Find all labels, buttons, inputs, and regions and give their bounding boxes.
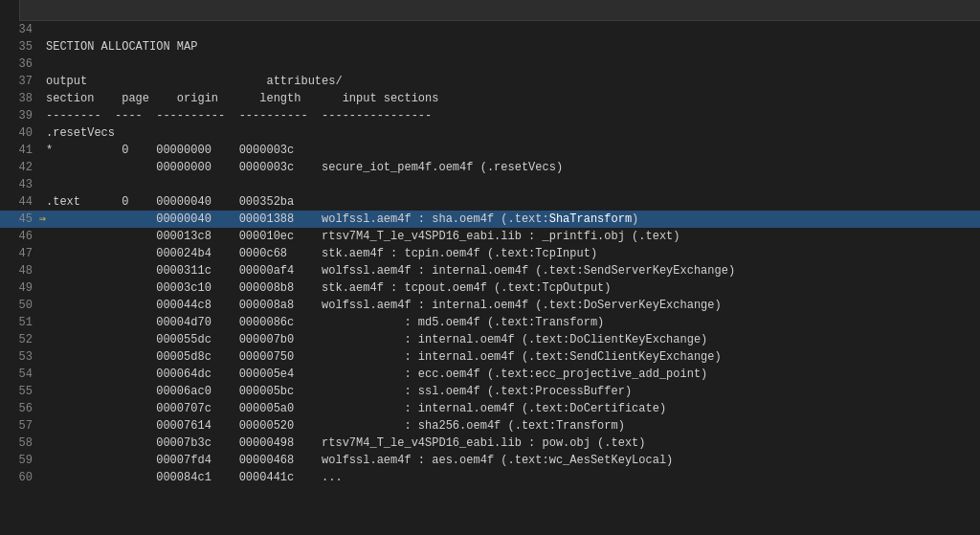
- line-number: 42: [0, 159, 40, 176]
- line-number: 43: [0, 176, 40, 193]
- line-number: 54: [0, 366, 40, 383]
- line-number: 41: [0, 142, 40, 159]
- line-content: 00006ac0 000005bc : ssl.oem4f (.text:Pro…: [40, 383, 632, 400]
- line-number: 38: [0, 90, 40, 107]
- line-content: [40, 176, 46, 193]
- line-number: 34: [0, 21, 40, 38]
- table-row: 59 00007fd4 00000468 wolfssl.aem4f : aes…: [0, 452, 980, 469]
- table-row: 34: [0, 21, 980, 38]
- line-number: 39: [0, 107, 40, 124]
- line-number: 50: [0, 297, 40, 314]
- line-content: 00005d8c 00000750 : internal.oem4f (.tex…: [40, 348, 722, 366]
- line-content: [40, 21, 46, 38]
- line-number: 36: [0, 56, 40, 73]
- line-content: 00000040 00001388 wolfssl.aem4f : sha.oe…: [40, 211, 638, 228]
- table-row: 57 00007614 00000520 : sha256.oem4f (.te…: [0, 417, 980, 435]
- line-content: 000084c1 0000441c ...: [40, 469, 343, 486]
- line-content: [40, 56, 46, 73]
- table-row: 42 00000000 0000003c secure_iot_pem4f.oe…: [0, 159, 980, 176]
- line-number: 55: [0, 383, 40, 400]
- debug-arrow-icon: ⇒: [0, 211, 48, 228]
- line-content: .text 0 00000040 000352ba: [40, 193, 294, 211]
- line-number: 44: [0, 193, 40, 211]
- file-tab[interactable]: [0, 0, 20, 21]
- line-number: 52: [0, 331, 40, 348]
- tab-bar: [0, 0, 980, 21]
- line-content: 000024b4 0000c68 stk.aem4f : tcpin.oem4f…: [40, 245, 597, 262]
- line-number: 35: [0, 38, 40, 56]
- line-content: -------- ---- ---------- ---------- ----…: [40, 107, 432, 124]
- line-number: 46: [0, 228, 40, 245]
- line-number: 47: [0, 245, 40, 262]
- line-number: 48: [0, 262, 40, 279]
- line-content: 00004d70 0000086c : md5.oem4f (.text:Tra…: [40, 314, 604, 331]
- line-content: .resetVecs: [40, 124, 115, 142]
- table-row: 60 000084c1 0000441c ...: [0, 469, 980, 486]
- selected-text: ShaTransform: [549, 212, 632, 226]
- table-row: 49 00003c10 000008b8 stk.aem4f : tcpout.…: [0, 279, 980, 297]
- line-number: 56: [0, 400, 40, 417]
- code-editor: 3435SECTION ALLOCATION MAP3637output att…: [0, 21, 980, 535]
- line-content: section page origin length input section…: [40, 90, 438, 107]
- editor-body: 3435SECTION ALLOCATION MAP3637output att…: [0, 21, 980, 535]
- line-content: 000055dc 000007b0 : internal.oem4f (.tex…: [40, 331, 707, 348]
- table-row: 44.text 0 00000040 000352ba: [0, 193, 980, 211]
- table-row: 43: [0, 176, 980, 193]
- table-row: 47 000024b4 0000c68 stk.aem4f : tcpin.oe…: [0, 245, 980, 262]
- table-row: 58 00007b3c 00000498 rtsv7M4_T_le_v4SPD1…: [0, 435, 980, 452]
- line-number: 53: [0, 348, 40, 366]
- table-row: 40.resetVecs: [0, 124, 980, 142]
- table-row: 35SECTION ALLOCATION MAP: [0, 38, 980, 56]
- table-row: 48 0000311c 00000af4 wolfssl.aem4f : int…: [0, 262, 980, 279]
- table-row: 39-------- ---- ---------- ---------- --…: [0, 107, 980, 124]
- table-row: ⇒45 00000040 00001388 wolfssl.aem4f : sh…: [0, 211, 980, 228]
- line-number: 37: [0, 73, 40, 90]
- table-row: 52 000055dc 000007b0 : internal.oem4f (.…: [0, 331, 980, 348]
- table-row: 37output attributes/: [0, 73, 980, 90]
- table-row: 41* 0 00000000 0000003c: [0, 142, 980, 159]
- table-row: 46 000013c8 000010ec rtsv7M4_T_le_v4SPD1…: [0, 228, 980, 245]
- line-number: 60: [0, 469, 40, 486]
- line-number: 49: [0, 279, 40, 297]
- line-content: 00007fd4 00000468 wolfssl.aem4f : aes.oe…: [40, 452, 673, 469]
- line-content: 00007614 00000520 : sha256.oem4f (.text:…: [40, 417, 625, 435]
- table-row: 56 0000707c 000005a0 : internal.oem4f (.…: [0, 400, 980, 417]
- line-content: 00007b3c 00000498 rtsv7M4_T_le_v4SPD16_e…: [40, 435, 646, 452]
- line-content: 00000000 0000003c secure_iot_pem4f.oem4f…: [40, 159, 563, 176]
- line-number: 58: [0, 435, 40, 452]
- table-row: 55 00006ac0 000005bc : ssl.oem4f (.text:…: [0, 383, 980, 400]
- line-content: 0000311c 00000af4 wolfssl.aem4f : intern…: [40, 262, 735, 279]
- line-number: 51: [0, 314, 40, 331]
- line-content: 00003c10 000008b8 stk.aem4f : tcpout.oem…: [40, 279, 612, 297]
- table-row: 54 000064dc 000005e4 : ecc.oem4f (.text:…: [0, 366, 980, 383]
- table-row: 50 000044c8 000008a8 wolfssl.aem4f : int…: [0, 297, 980, 314]
- line-number: 40: [0, 124, 40, 142]
- table-row: 38section page origin length input secti…: [0, 90, 980, 107]
- line-content: 000064dc 000005e4 : ecc.oem4f (.text:ecc…: [40, 366, 707, 383]
- editor-container: 3435SECTION ALLOCATION MAP3637output att…: [0, 0, 980, 535]
- line-number: 57: [0, 417, 40, 435]
- line-content: 000044c8 000008a8 wolfssl.aem4f : intern…: [40, 297, 722, 314]
- line-content: 0000707c 000005a0 : internal.oem4f (.tex…: [40, 400, 666, 417]
- table-row: 36: [0, 56, 980, 73]
- line-number: 59: [0, 452, 40, 469]
- line-content: * 0 00000000 0000003c: [40, 142, 294, 159]
- line-content: SECTION ALLOCATION MAP: [40, 38, 197, 56]
- table-row: 53 00005d8c 00000750 : internal.oem4f (.…: [0, 348, 980, 366]
- table-row: 51 00004d70 0000086c : md5.oem4f (.text:…: [0, 314, 980, 331]
- line-content: 000013c8 000010ec rtsv7M4_T_le_v4SPD16_e…: [40, 228, 680, 245]
- line-content: output attributes/: [40, 73, 343, 90]
